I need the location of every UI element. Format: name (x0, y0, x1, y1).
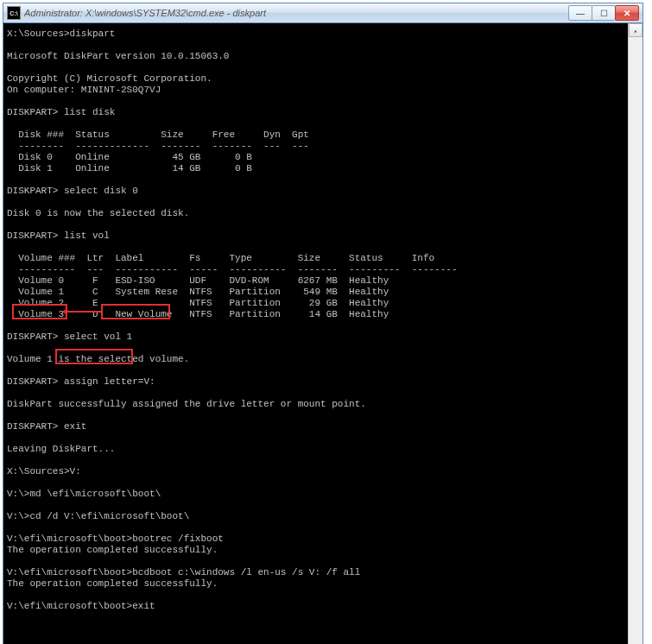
term-line: Volume 2 E NTFS Partition 29 GB Healthy (7, 298, 389, 308)
close-button[interactable]: ✕ (615, 5, 639, 21)
terminal-wrapper: X:\Sources>diskpart Microsoft DiskPart v… (3, 23, 643, 644)
term-line: Volume 0 F ESD-ISO UDF DVD-ROM 6267 MB H… (7, 275, 389, 286)
cmd-icon: C:\ (7, 6, 21, 20)
term-line: V:\efi\microsoft\boot>bcdboot c:\windows… (7, 567, 360, 578)
term-line: Volume 3 D New Volume NTFS Partition 14 … (7, 309, 389, 319)
term-line: X:\Sources>diskpart (7, 28, 115, 39)
maximize-button[interactable]: ☐ (592, 5, 616, 21)
cmd-window: C:\ Administrator: X:\windows\SYSTEM32\c… (3, 3, 643, 644)
term-line: DiskPart successfully assigned the drive… (7, 399, 366, 409)
terminal-output[interactable]: X:\Sources>diskpart Microsoft DiskPart v… (3, 23, 628, 644)
term-line: Leaving DiskPart... (7, 444, 115, 454)
term-line: Volume 1 C System Rese NTFS Partition 54… (7, 287, 389, 297)
term-line: Disk 0 Online 45 GB 0 B (7, 152, 252, 162)
minimize-button[interactable]: — (568, 5, 592, 21)
term-line: V:\>cd /d V:\efi\microsoft\boot\ (7, 511, 189, 521)
scroll-up-button[interactable]: ▴ (629, 23, 643, 37)
term-line: DISKPART> list vol (7, 230, 110, 241)
vertical-scrollbar[interactable]: ▴ ▾ (628, 23, 643, 644)
term-line: On computer: MININT-2S0Q7VJ (7, 85, 161, 95)
term-line: DISKPART> exit (7, 421, 86, 432)
term-line: V:\efi\microsoft\boot>exit (7, 601, 155, 611)
term-line: -------- ------------- ------- ------- -… (7, 141, 309, 151)
term-line: X:\Sources>V: (7, 466, 81, 477)
window-controls: — ☐ ✕ (569, 5, 639, 21)
term-line: V:\efi\microsoft\boot>bootrec /fixboot (7, 534, 224, 544)
term-line: DISKPART> assign letter=V: (7, 376, 155, 387)
window-title: Administrator: X:\windows\SYSTEM32\cmd.e… (24, 8, 569, 18)
titlebar[interactable]: C:\ Administrator: X:\windows\SYSTEM32\c… (3, 3, 643, 23)
term-line: Disk 1 Online 14 GB 0 B (7, 163, 252, 174)
term-line: DISKPART> select vol 1 (7, 331, 132, 342)
term-line: Disk ### Status Size Free Dyn Gpt (7, 129, 309, 140)
term-line: DISKPART> select disk 0 (7, 186, 138, 196)
term-line: Volume 1 is the selected volume. (7, 354, 189, 364)
term-line: The operation completed successfully. (7, 578, 218, 589)
term-line: Volume ### Ltr Label Fs Type Size Status… (7, 253, 434, 263)
term-line: DISKPART> list disk (7, 107, 115, 117)
term-line: ---------- --- ----------- ----- -------… (7, 264, 458, 275)
term-line: Copyright (C) Microsoft Corporation. (7, 73, 212, 84)
term-line: Microsoft DiskPart version 10.0.15063.0 (7, 51, 229, 61)
term-line: V:\>md \efi\microsoft\boot\ (7, 489, 161, 499)
term-line: Disk 0 is now the selected disk. (7, 208, 189, 218)
term-line: The operation completed successfully. (7, 545, 218, 555)
